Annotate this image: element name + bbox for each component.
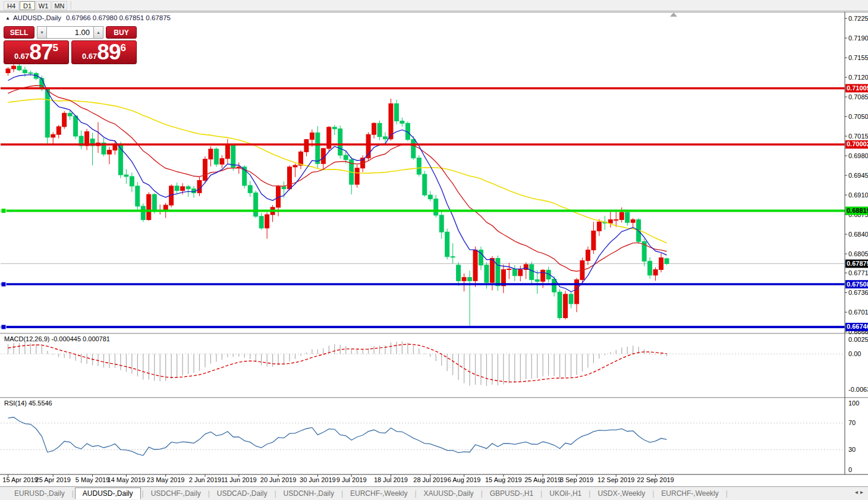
svg-text:0.68400: 0.68400 (848, 231, 868, 238)
chart-canvas[interactable]: 0.722500.719000.715500.712000.708500.705… (0, 12, 868, 486)
svg-text:15 Aug 2019: 15 Aug 2019 (485, 476, 522, 483)
svg-text:23 May 2019: 23 May 2019 (147, 476, 185, 483)
svg-text:0.69800: 0.69800 (848, 152, 868, 159)
svg-text:0.66746: 0.66746 (847, 323, 868, 330)
one-click-trade-panel: SELL ▼ ▲ BUY 0.67875 0.67896 (4, 26, 137, 64)
macd-label: MACD(12,26,9) -0.000445 0.000781 (4, 335, 110, 342)
tab-separator: | (481, 489, 483, 498)
volume-increase-button[interactable]: ▲ (93, 26, 103, 39)
svg-text:14 May 2019: 14 May 2019 (108, 476, 146, 483)
buy-price-pip: 6 (121, 42, 126, 54)
buy-price-display[interactable]: 0.67896 (71, 40, 137, 64)
buy-price-prefix: 0.67 (82, 52, 97, 61)
rsi-label: RSI(14) 45.5546 (4, 400, 52, 407)
svg-text:11 Jun 2019: 11 Jun 2019 (221, 476, 257, 483)
trading-terminal: H4D1W1MN 0.722500.719000.715500.712000.7… (0, 0, 868, 500)
svg-text:0.68819: 0.68819 (847, 207, 868, 214)
svg-text:0.70500: 0.70500 (848, 113, 868, 120)
tab-separator: | (726, 489, 728, 498)
symbol-tab-audusd-daily[interactable]: AUDUSD-,Daily (75, 488, 141, 499)
hline-handle[interactable] (1, 209, 6, 213)
tab-separator: | (540, 489, 542, 498)
svg-text:0.71900: 0.71900 (848, 34, 868, 42)
svg-text:0.69100: 0.69100 (848, 191, 868, 199)
svg-text:5 May 2019: 5 May 2019 (76, 476, 109, 483)
svg-text:0.002574: 0.002574 (848, 336, 868, 343)
svg-text:15 Apr 2019: 15 Apr 2019 (2, 476, 37, 483)
svg-text:0.67010: 0.67010 (848, 309, 868, 316)
svg-text:18 Jul 2019: 18 Jul 2019 (374, 476, 408, 483)
sell-price-display[interactable]: 0.67875 (4, 40, 69, 64)
timeframe-button-d1[interactable]: D1 (20, 1, 35, 10)
tab-separator: | (274, 489, 276, 498)
symbol-tab-eurusd-daily[interactable]: EURUSD-,Daily (8, 488, 71, 499)
svg-text:2 Jun 2019: 2 Jun 2019 (189, 476, 221, 483)
svg-text:70: 70 (848, 419, 856, 426)
sell-price-big: 87 (29, 42, 52, 62)
symbol-tab-eurchf-weekly[interactable]: EURCHF-,Weekly (655, 488, 724, 499)
timeframe-toolbar: H4D1W1MN (0, 0, 868, 11)
svg-text:0: 0 (848, 466, 852, 473)
symbol-title: AUDUSD-,Daily (13, 14, 61, 21)
svg-text:0.00: 0.00 (848, 350, 861, 357)
sell-price-pip: 5 (53, 42, 58, 54)
svg-text:-0.006326: -0.006326 (848, 386, 868, 393)
tab-scroll-arrows: ◂▸ (855, 489, 866, 495)
timeframe-button-mn[interactable]: MN (52, 1, 67, 10)
svg-text:0.70850: 0.70850 (848, 93, 868, 100)
svg-text:28 Jul 2019: 28 Jul 2019 (413, 476, 447, 483)
svg-text:0.68050: 0.68050 (848, 250, 868, 257)
svg-text:0.72250: 0.72250 (848, 15, 868, 22)
tab-separator: | (208, 489, 210, 498)
svg-text:0.71550: 0.71550 (848, 54, 868, 61)
tab-scroll-left-icon[interactable]: ◂ (855, 489, 860, 495)
symbol-tab-bar: EURUSD-,Daily|AUDUSD-,Daily|USDCHF-,Dail… (0, 486, 868, 500)
svg-text:100: 100 (848, 400, 859, 407)
svg-text:0.67508: 0.67508 (847, 281, 868, 288)
tab-separator: | (589, 489, 590, 498)
tab-separator: | (414, 489, 416, 498)
svg-text:0.71200: 0.71200 (848, 74, 868, 81)
tab-separator: | (142, 489, 144, 498)
svg-text:30: 30 (848, 446, 856, 453)
buy-price-big: 89 (97, 42, 120, 62)
svg-text:0.70002: 0.70002 (847, 140, 868, 147)
tab-separator: | (652, 489, 654, 498)
tab-separator: | (72, 489, 74, 498)
timeframe-button-h4[interactable]: H4 (4, 1, 19, 10)
svg-text:12 Sep 2019: 12 Sep 2019 (597, 476, 634, 483)
chart-window[interactable]: 0.722500.719000.715500.712000.708500.705… (0, 12, 868, 486)
symbol-tab-ukoil-h1[interactable]: UKOil-,H1 (543, 488, 587, 499)
svg-text:6 Aug 2019: 6 Aug 2019 (448, 476, 481, 483)
symbol-tab-gbpusd-h1[interactable]: GBPUSD-,H1 (484, 488, 539, 499)
sell-button[interactable]: SELL (4, 26, 34, 39)
svg-text:3 Sep 2019: 3 Sep 2019 (560, 476, 593, 483)
hline-handle[interactable] (1, 282, 6, 287)
collapse-arrow-icon[interactable]: ▲ (5, 15, 10, 21)
symbol-tab-usdcnh-daily[interactable]: USDCNH-,Daily (278, 488, 340, 499)
svg-text:25 Aug 2019: 25 Aug 2019 (524, 476, 561, 483)
buy-button[interactable]: BUY (106, 26, 137, 39)
svg-text:0.67875: 0.67875 (847, 260, 868, 267)
symbol-tab-usdchf-daily[interactable]: USDCHF-,Daily (145, 488, 207, 499)
tab-scroll-right-icon[interactable]: ▸ (860, 489, 866, 495)
toolbar-separator (71, 1, 72, 10)
hline-handle[interactable] (1, 325, 6, 329)
svg-text:0.70150: 0.70150 (848, 133, 868, 140)
svg-text:0.71005: 0.71005 (847, 84, 868, 92)
sell-price-prefix: 0.67 (14, 52, 29, 61)
symbol-tab-usdx-weekly[interactable]: USDX-,Weekly (592, 488, 651, 499)
macd-main-value: -0.000445 (51, 335, 81, 342)
chart-title: ▲AUDUSD-,Daily0.67966 0.67980 0.67851 0.… (5, 14, 171, 21)
tab-separator: | (341, 489, 343, 498)
symbol-tab-xauusd-daily[interactable]: XAUUSD-,Daily (418, 488, 480, 499)
symbol-tab-eurchf-weekly[interactable]: EURCHF-,Weekly (344, 488, 413, 499)
symbol-tab-usdcad-daily[interactable]: USDCAD-,Daily (211, 488, 273, 499)
volume-decrease-button[interactable]: ▼ (37, 26, 47, 39)
rsi-value: 45.5546 (29, 400, 52, 407)
ohlc-values: 0.67966 0.67980 0.67851 0.67875 (66, 14, 171, 21)
timeframe-button-w1[interactable]: W1 (36, 1, 51, 10)
svg-text:22 Sep 2019: 22 Sep 2019 (637, 476, 674, 483)
svg-text:25 Apr 2019: 25 Apr 2019 (36, 476, 71, 483)
volume-input[interactable] (47, 26, 93, 39)
